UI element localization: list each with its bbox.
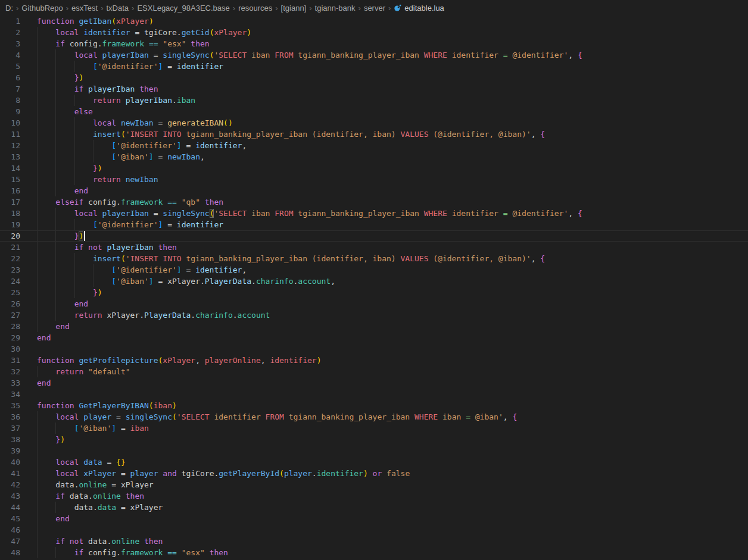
breadcrumb-item[interactable]: D: (5, 4, 13, 12)
line-number[interactable]: 1 (0, 15, 20, 27)
line-number[interactable]: 16 (0, 185, 20, 196)
code-line[interactable]: 5 ['@identifier'] = identifier (0, 61, 748, 72)
line-number[interactable]: 38 (0, 434, 20, 445)
line-number[interactable]: 31 (0, 355, 20, 366)
line-number[interactable]: 35 (0, 400, 20, 411)
code-line[interactable]: 33end (0, 377, 748, 389)
code-line[interactable]: 16 end (0, 185, 748, 196)
code-line[interactable]: 36 local player = singleSync('SELECT ide… (0, 411, 748, 423)
line-number[interactable]: 20 (0, 230, 20, 242)
line-number[interactable]: 33 (0, 377, 20, 389)
line-number[interactable]: 18 (0, 208, 20, 219)
breadcrumb-item[interactable]: [tgiann] (281, 4, 307, 12)
line-number[interactable]: 17 (0, 196, 20, 208)
line-number[interactable]: 37 (0, 423, 20, 434)
line-number[interactable]: 15 (0, 174, 20, 185)
line-number[interactable]: 8 (0, 95, 20, 106)
line-number[interactable]: 41 (0, 468, 20, 479)
code-line[interactable]: 23 ['@identifier'] = identifier, (0, 264, 748, 276)
breadcrumb-item[interactable]: server (364, 4, 385, 12)
line-number[interactable]: 39 (0, 445, 20, 456)
code-line[interactable]: 11 insert('INSERT INTO tgiann_banking_pl… (0, 129, 748, 140)
code-line[interactable]: 48 if config.framework == "esx" then (0, 547, 748, 558)
line-number[interactable]: 46 (0, 524, 20, 536)
line-number[interactable]: 36 (0, 411, 20, 423)
line-number[interactable]: 40 (0, 456, 20, 468)
code-line[interactable]: 45 end (0, 513, 748, 524)
code-line[interactable]: 28 end (0, 321, 748, 332)
code-line[interactable]: 10 local newIban = generateIBAN() (0, 117, 748, 129)
code-line[interactable]: 13 ['@iban'] = newIban, (0, 151, 748, 162)
line-number[interactable]: 24 (0, 276, 20, 287)
code-line[interactable]: 21 if not playerIban then (0, 242, 748, 253)
breadcrumb-file[interactable]: editable.lua (394, 4, 444, 12)
line-number[interactable]: 22 (0, 253, 20, 264)
code-line[interactable]: 47 if not data.online then (0, 536, 748, 547)
code-line[interactable]: 35function GetPlayerByIBAN(iban) (0, 400, 748, 411)
line-number[interactable]: 9 (0, 106, 20, 117)
code-line[interactable]: 41 local xPlayer = player and tgiCore.ge… (0, 468, 748, 479)
code-line[interactable]: 43 if data.online then (0, 490, 748, 502)
code-line[interactable]: 15 return newIban (0, 174, 748, 185)
line-number[interactable]: 4 (0, 49, 20, 61)
line-number[interactable]: 2 (0, 27, 20, 38)
line-number[interactable]: 11 (0, 129, 20, 140)
line-number[interactable]: 42 (0, 479, 20, 490)
code-line[interactable]: 40 local data = {} (0, 456, 748, 468)
breadcrumb-item[interactable]: ESXLegacy_98A3EC.base (137, 4, 229, 12)
code-line[interactable]: 7 if playerIban then (0, 83, 748, 95)
code-line[interactable]: 9 else (0, 106, 748, 117)
line-number[interactable]: 6 (0, 72, 20, 83)
code-line[interactable]: 12 ['@identifier'] = identifier, (0, 140, 748, 151)
line-number[interactable]: 34 (0, 389, 20, 400)
code-line[interactable]: 31function getProfilepicture(xPlayer, pl… (0, 355, 748, 366)
line-number[interactable]: 10 (0, 117, 20, 129)
line-number[interactable]: 29 (0, 332, 20, 343)
code-line[interactable]: 1function getIban(xPlayer) (0, 15, 748, 27)
line-number[interactable]: 7 (0, 83, 20, 95)
code-line[interactable]: 6 }) (0, 72, 748, 83)
code-line[interactable]: 2 local identifier = tgiCore.getCid(xPla… (0, 27, 748, 38)
line-number[interactable]: 19 (0, 219, 20, 230)
breadcrumb-item[interactable]: GithubRepo (21, 4, 63, 12)
code-line[interactable]: 30 (0, 343, 748, 355)
line-number[interactable]: 13 (0, 151, 20, 162)
code-line[interactable]: 39 (0, 445, 748, 456)
code-line[interactable]: 22 insert('INSERT INTO tgiann_banking_pl… (0, 253, 748, 264)
line-number[interactable]: 48 (0, 547, 20, 558)
line-number[interactable]: 12 (0, 140, 20, 151)
editor[interactable]: 1function getIban(xPlayer)2 local identi… (0, 15, 748, 560)
line-number[interactable]: 30 (0, 343, 20, 355)
line-number[interactable]: 28 (0, 321, 20, 332)
line-number[interactable]: 44 (0, 502, 20, 513)
code-line[interactable]: 32 return "default" (0, 366, 748, 377)
code-line[interactable]: 44 data.data = xPlayer (0, 502, 748, 513)
breadcrumb-item[interactable]: txData (107, 4, 129, 12)
code-line[interactable]: 37 ['@iban'] = iban (0, 423, 748, 434)
line-number[interactable]: 32 (0, 366, 20, 377)
code-line[interactable]: 34 (0, 389, 748, 400)
breadcrumb-item[interactable]: esxTest (71, 4, 98, 12)
breadcrumb-item[interactable]: tgiann-bank (315, 4, 356, 12)
code-line[interactable]: 14 }) (0, 162, 748, 174)
code-line[interactable]: 3 if config.framework == "esx" then (0, 38, 748, 49)
line-number[interactable]: 47 (0, 536, 20, 547)
code-line[interactable]: 38 }) (0, 434, 748, 445)
line-number[interactable]: 25 (0, 287, 20, 298)
code-line[interactable]: 46 (0, 524, 748, 536)
code-line[interactable]: 27 return xPlayer.PlayerData.charinfo.ac… (0, 309, 748, 321)
code-line[interactable]: 25 }) (0, 287, 748, 298)
breadcrumb-item[interactable]: resources (238, 4, 272, 12)
code-line[interactable]: 4 local playerIban = singleSync('SELECT … (0, 49, 748, 61)
code-line[interactable]: 24 ['@iban'] = xPlayer.PlayerData.charin… (0, 276, 748, 287)
code-line[interactable]: 42 data.online = xPlayer (0, 479, 748, 490)
line-number[interactable]: 5 (0, 61, 20, 72)
line-number[interactable]: 23 (0, 264, 20, 276)
line-number[interactable]: 21 (0, 242, 20, 253)
code-line[interactable]: 29end (0, 332, 748, 343)
line-number[interactable]: 27 (0, 309, 20, 321)
code-line[interactable]: 17 elseif config.framework == "qb" then (0, 196, 748, 208)
code-line-active[interactable]: 20 }) (0, 230, 748, 242)
code-line[interactable]: 26 end (0, 298, 748, 309)
line-number[interactable]: 3 (0, 38, 20, 49)
